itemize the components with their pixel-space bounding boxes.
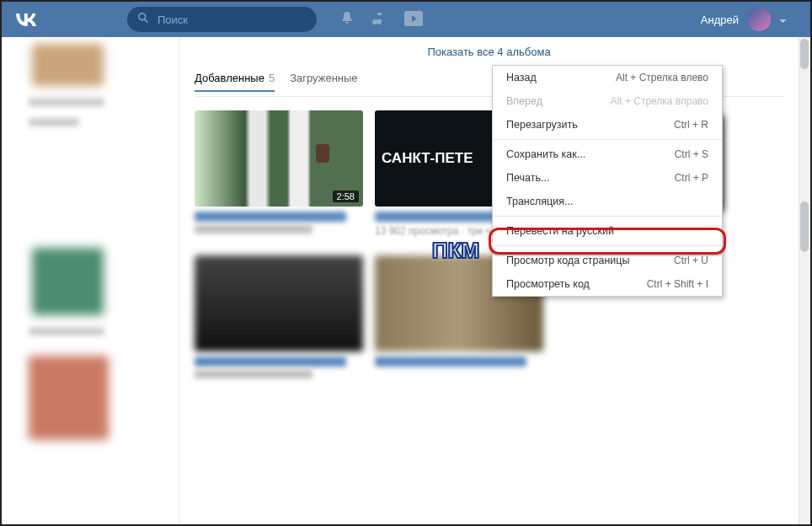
search-icon [137,12,149,27]
cm-cast[interactable]: Трансляция... [493,190,722,213]
video-meta [195,370,313,378]
video-play-icon[interactable] [404,11,423,26]
show-albums-link[interactable]: Показать все 4 альбома [195,37,783,67]
user-name: Андрей [701,13,739,26]
sidebar-thumbnail [29,356,109,440]
tab-added[interactable]: Добавленные 5 [195,72,275,92]
video-title [195,357,346,367]
tab-label: Загруженные [290,72,357,85]
scrollbar-thumb[interactable] [800,39,809,69]
header-icons [340,11,423,28]
context-menu: Назад Alt + Стрелка влево Вперед Alt + С… [492,65,723,297]
left-sidebar [2,37,179,524]
video-meta [195,225,313,233]
video-thumbnail: 2:58 [195,110,363,207]
tab-count: 5 [269,72,275,84]
user-menu[interactable]: Андрей [701,8,787,31]
vk-header: Андрей [2,2,810,37]
bell-icon[interactable] [340,11,354,28]
scrollbar-thumb[interactable] [800,201,809,252]
avatar [747,8,771,31]
scrollbar[interactable] [799,37,810,524]
search-input[interactable] [156,13,307,27]
video-thumbnail [195,255,363,352]
sidebar-text [29,98,104,106]
annotation-label: ПКМ [432,238,479,264]
cm-reload[interactable]: Перезагрузить Ctrl + R [493,113,722,137]
video-card[interactable]: 2:58 [195,110,363,239]
sidebar-thumbnail [32,44,104,86]
menu-separator [493,216,722,217]
chevron-down-icon [779,12,787,27]
tab-label: Добавленные [195,72,264,84]
video-duration: 2:58 [333,191,359,202]
sidebar-text [29,327,104,335]
sidebar-thumbnail [32,248,104,315]
cm-translate[interactable]: Перевести на русский [493,219,722,243]
music-icon[interactable] [372,11,386,28]
video-title [195,212,346,222]
thumbnail-text: САНКТ-ПЕТЕ [382,150,473,167]
tab-uploaded[interactable]: Загруженные [290,72,357,91]
menu-separator [493,245,722,246]
cm-view-source[interactable]: Просмотр кода страницы Ctrl + U [493,249,722,272]
search-bar[interactable] [127,7,317,32]
sidebar-text [29,118,79,126]
video-title [375,357,526,367]
vk-logo-icon[interactable] [13,7,39,32]
cm-back[interactable]: Назад Alt + Стрелка влево [493,66,722,89]
video-card[interactable] [195,255,363,378]
cm-inspect[interactable]: Просмотреть код Ctrl + Shift + I [493,272,722,296]
cm-save-as[interactable]: Сохранить как... Ctrl + S [493,142,722,166]
browser-window: Андрей Показать все 4 альбома Добавленны… [0,0,812,526]
menu-separator [493,139,722,140]
cm-print[interactable]: Печать... Ctrl + P [493,166,722,190]
cm-forward: Вперед Alt + Стрелка вправо [493,89,722,113]
